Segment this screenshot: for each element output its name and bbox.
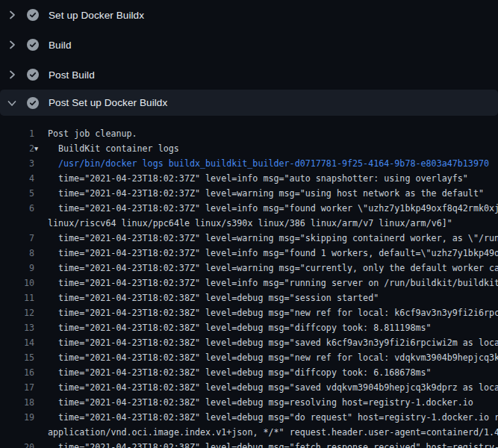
log-line: 18 time="2021-04-23T18:02:38Z" level=deb… (0, 395, 498, 410)
log-line: 8 time="2021-04-23T18:02:37Z" level=info… (0, 246, 498, 261)
actions-log-viewer: Set up Docker Buildx Build Post Build Po… (0, 0, 498, 448)
log-line-text: time="2021-04-23T18:02:37Z" level=info m… (34, 171, 468, 186)
log-group-header[interactable]: 2 ▼BuildKit container logs (0, 141, 498, 156)
line-number[interactable]: 14 (0, 335, 34, 350)
log-line-text: time="2021-04-23T18:02:37Z" level=warnin… (34, 231, 498, 246)
line-number[interactable]: 8 (0, 246, 34, 261)
line-number[interactable]: 10 (0, 276, 34, 290)
log-line-text: time="2021-04-23T18:02:38Z" level=debug … (34, 335, 498, 350)
log-line-text: time="2021-04-23T18:02:37Z" level=info m… (34, 246, 498, 261)
log-line-text: time="2021-04-23T18:02:38Z" level=debug … (34, 380, 498, 395)
chevron-right-icon (6, 9, 18, 21)
line-number (0, 216, 34, 231)
log-line: 6 time="2021-04-23T18:02:37Z" level=info… (0, 201, 498, 216)
line-number[interactable]: 1 (0, 126, 34, 141)
log-line: 15 time="2021-04-23T18:02:38Z" level=deb… (0, 350, 498, 365)
log-line-text: time="2021-04-23T18:02:38Z" level=debug … (34, 410, 498, 425)
line-number[interactable]: 16 (0, 365, 34, 380)
log-line: 5 time="2021-04-23T18:02:37Z" level=warn… (0, 186, 498, 201)
log-line-text: time="2021-04-23T18:02:38Z" level=debug … (34, 365, 432, 380)
log-line: 17 time="2021-04-23T18:02:38Z" level=deb… (0, 380, 498, 395)
log-line-text: time="2021-04-23T18:02:38Z" level=debug … (34, 440, 498, 448)
log-line-text: time="2021-04-23T18:02:38Z" level=debug … (34, 320, 432, 335)
log-line-text: /usr/bin/docker logs buildx_buildkit_bui… (34, 156, 489, 171)
line-number[interactable]: 13 (0, 320, 34, 335)
step-label: Set up Docker Buildx (49, 10, 144, 21)
log-command-line: 3 /usr/bin/docker logs buildx_buildkit_b… (0, 156, 498, 171)
log-line: 13 time="2021-04-23T18:02:38Z" level=deb… (0, 320, 498, 335)
log-line: 14 time="2021-04-23T18:02:38Z" level=deb… (0, 335, 498, 350)
log-line: 16 time="2021-04-23T18:02:38Z" level=deb… (0, 365, 498, 380)
line-number (0, 425, 34, 440)
check-circle-icon (27, 97, 39, 109)
line-number[interactable]: 5 (0, 186, 34, 201)
step-list: Set up Docker Buildx Build Post Build Po… (0, 0, 498, 116)
check-circle-icon (27, 39, 39, 51)
chevron-right-icon (6, 69, 18, 81)
log-line: linux/riscv64 linux/ppc64le linux/s390x … (0, 216, 498, 231)
line-number[interactable]: 3 (0, 156, 34, 171)
line-number[interactable]: 19 (0, 410, 34, 425)
line-number[interactable]: 4 (0, 171, 34, 186)
log-line-text: application/vnd.oci.image.index.v1+json,… (34, 425, 498, 440)
log-line-text: Post job cleanup. (34, 126, 137, 141)
log-line-text: time="2021-04-23T18:02:38Z" level=debug … (34, 395, 473, 410)
line-number[interactable]: 11 (0, 290, 34, 305)
log-line: 12 time="2021-04-23T18:02:38Z" level=deb… (0, 305, 498, 320)
line-number[interactable]: 18 (0, 395, 34, 410)
chevron-right-icon (6, 39, 18, 51)
line-number[interactable]: 17 (0, 380, 34, 395)
log-line-text: time="2021-04-23T18:02:37Z" level=info m… (34, 276, 498, 290)
step-row-post-build[interactable]: Post Build (0, 60, 498, 90)
log-line: 1 Post job cleanup. (0, 126, 498, 141)
log-line: 7 time="2021-04-23T18:02:37Z" level=warn… (0, 231, 498, 246)
log-line-text: BuildKit container logs (45, 141, 179, 156)
line-number[interactable]: 2 (0, 141, 34, 156)
log-line-text: time="2021-04-23T18:02:37Z" level=warnin… (34, 186, 484, 201)
log-line: 20 time="2021-04-23T18:02:38Z" level=deb… (0, 440, 498, 448)
line-number[interactable]: 6 (0, 201, 34, 216)
line-number[interactable]: 9 (0, 261, 34, 276)
log-line: 10 time="2021-04-23T18:02:37Z" level=inf… (0, 276, 498, 290)
log-line-text: time="2021-04-23T18:02:37Z" level=warnin… (34, 261, 498, 276)
check-circle-icon (27, 69, 39, 81)
chevron-down-icon (6, 97, 18, 109)
step-row-build[interactable]: Build (0, 30, 498, 60)
step-label: Post Set up Docker Buildx (49, 97, 167, 108)
check-circle-icon (27, 9, 39, 21)
line-number[interactable]: 7 (0, 231, 34, 246)
step-label: Build (49, 40, 72, 51)
log-lines: 1 Post job cleanup. 2 ▼BuildKit containe… (0, 116, 498, 448)
triangle-down-icon: ▼ (34, 141, 45, 156)
log-line: application/vnd.oci.image.index.v1+json,… (0, 425, 498, 440)
step-label: Post Build (49, 69, 95, 81)
line-number[interactable]: 15 (0, 350, 34, 365)
log-line: 19 time="2021-04-23T18:02:38Z" level=deb… (0, 410, 498, 425)
log-line-text: time="2021-04-23T18:02:37Z" level=info m… (34, 201, 498, 216)
log-line-text: time="2021-04-23T18:02:38Z" level=debug … (34, 290, 379, 305)
log-line-text: linux/riscv64 linux/ppc64le linux/s390x … (34, 216, 452, 231)
log-line-text: time="2021-04-23T18:02:38Z" level=debug … (34, 350, 498, 365)
step-row-post-set-up-docker-buildx[interactable]: Post Set up Docker Buildx (0, 90, 498, 116)
log-line: 4 time="2021-04-23T18:02:37Z" level=info… (0, 171, 498, 186)
line-number[interactable]: 20 (0, 440, 34, 448)
log-line: 9 time="2021-04-23T18:02:37Z" level=warn… (0, 261, 498, 276)
line-number[interactable]: 12 (0, 305, 34, 320)
log-line-text: time="2021-04-23T18:02:38Z" level=debug … (34, 305, 498, 320)
log-line: 11 time="2021-04-23T18:02:38Z" level=deb… (0, 290, 498, 305)
step-row-set-up-docker-buildx[interactable]: Set up Docker Buildx (0, 0, 498, 30)
